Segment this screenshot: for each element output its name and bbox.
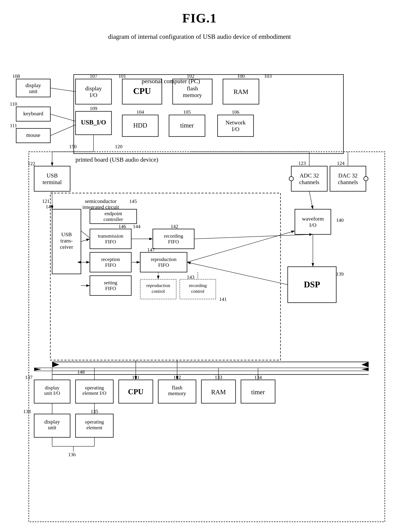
- svg-text:134: 134: [254, 374, 262, 380]
- svg-text:flash: flash: [187, 85, 198, 92]
- svg-rect-32: [122, 115, 158, 137]
- svg-text:100: 100: [237, 73, 245, 79]
- svg-rect-18: [76, 111, 111, 135]
- svg-text:FIFO: FIFO: [168, 239, 179, 244]
- svg-rect-84: [153, 229, 194, 249]
- svg-rect-81: [90, 276, 131, 295]
- svg-text:semiconductor: semiconductor: [85, 198, 117, 204]
- page-title: FIG.1: [0, 0, 399, 33]
- svg-rect-38: [218, 115, 254, 137]
- svg-text:FIFO: FIFO: [105, 262, 116, 268]
- svg-rect-35: [169, 115, 205, 137]
- svg-text:140: 140: [336, 217, 344, 223]
- svg-text:setting: setting: [104, 280, 117, 285]
- svg-text:element: element: [86, 425, 102, 430]
- svg-text:142: 142: [171, 224, 178, 229]
- svg-text:DAC 32: DAC 32: [338, 172, 358, 179]
- svg-text:keyboard: keyboard: [23, 110, 43, 116]
- svg-text:operating: operating: [85, 419, 104, 424]
- svg-text:display: display: [45, 385, 59, 391]
- svg-text:CPU: CPU: [133, 86, 151, 96]
- svg-text:display: display: [44, 419, 60, 424]
- svg-rect-4: [16, 79, 50, 97]
- svg-text:timer: timer: [180, 122, 194, 129]
- svg-text:139: 139: [336, 271, 344, 277]
- svg-text:141: 141: [219, 296, 227, 302]
- svg-rect-24: [173, 79, 212, 104]
- svg-text:waveform: waveform: [302, 216, 324, 222]
- svg-text:integrated circuit: integrated circuit: [82, 204, 119, 210]
- svg-text:131: 131: [132, 374, 139, 380]
- svg-text:element I/O: element I/O: [82, 390, 106, 396]
- svg-text:144: 144: [133, 224, 140, 229]
- svg-text:FIFO: FIFO: [105, 285, 116, 291]
- svg-text:110: 110: [10, 101, 17, 107]
- svg-text:122: 122: [28, 161, 35, 166]
- svg-text:138: 138: [23, 409, 31, 414]
- svg-text:ADC 32: ADC 32: [300, 172, 319, 179]
- svg-text:145: 145: [129, 198, 137, 204]
- svg-rect-28: [223, 79, 259, 104]
- svg-line-142: [50, 88, 76, 92]
- svg-text:RAM: RAM: [211, 388, 226, 396]
- svg-text:unit I/O: unit I/O: [44, 390, 60, 396]
- svg-rect-8: [16, 107, 50, 121]
- svg-text:111: 111: [10, 123, 17, 128]
- svg-text:unit: unit: [48, 424, 56, 430]
- svg-rect-66: [52, 209, 81, 274]
- svg-text:endpoint: endpoint: [105, 211, 122, 216]
- svg-line-151: [81, 231, 90, 238]
- svg-text:104: 104: [137, 109, 144, 115]
- svg-rect-123: [158, 380, 196, 403]
- svg-marker-178: [34, 368, 41, 371]
- svg-text:150: 150: [69, 144, 77, 149]
- svg-text:USB: USB: [61, 231, 72, 237]
- svg-text:personal computer (PC): personal computer (PC): [142, 78, 200, 85]
- svg-rect-45: [29, 152, 385, 522]
- svg-text:display: display: [85, 85, 102, 92]
- svg-point-55: [289, 177, 294, 181]
- svg-text:terminal: terminal: [42, 179, 62, 185]
- svg-rect-56: [330, 166, 366, 191]
- svg-text:106: 106: [232, 109, 239, 115]
- svg-text:103: 103: [264, 73, 272, 79]
- svg-text:FIFO: FIFO: [158, 262, 169, 268]
- svg-text:107: 107: [90, 73, 97, 79]
- svg-text:105: 105: [183, 109, 191, 115]
- svg-rect-78: [90, 252, 131, 272]
- svg-text:channels: channels: [338, 179, 358, 185]
- svg-marker-110: [52, 362, 59, 367]
- svg-text:135: 135: [91, 409, 98, 414]
- svg-rect-101: [295, 209, 331, 234]
- svg-text:controller: controller: [103, 216, 123, 222]
- svg-text:HDD: HDD: [133, 122, 147, 129]
- svg-text:148: 148: [77, 369, 85, 375]
- diagram-label: diagram of internal configuration of USB…: [0, 33, 399, 40]
- svg-text:I/O: I/O: [90, 92, 97, 98]
- svg-text:memory: memory: [168, 390, 186, 396]
- svg-text:flash: flash: [172, 385, 182, 391]
- svg-text:143: 143: [187, 274, 194, 280]
- svg-rect-96: [180, 279, 216, 299]
- svg-text:RAM: RAM: [233, 88, 248, 95]
- svg-text:137: 137: [25, 374, 33, 380]
- svg-rect-113: [34, 380, 70, 403]
- svg-rect-127: [201, 380, 235, 403]
- svg-rect-105: [288, 267, 336, 303]
- diagram-container: display unit 108 keyboard 110 mouse 111 …: [11, 51, 388, 518]
- svg-rect-51: [291, 166, 327, 191]
- svg-text:USB: USB: [46, 172, 58, 179]
- svg-text:101: 101: [118, 73, 126, 79]
- svg-rect-120: [119, 380, 153, 403]
- svg-text:108: 108: [13, 73, 20, 79]
- svg-text:printed board (USB audio devic: printed board (USB audio device): [75, 156, 158, 163]
- svg-point-60: [364, 177, 368, 181]
- svg-rect-21: [122, 79, 162, 104]
- svg-text:timer: timer: [251, 388, 265, 396]
- svg-text:Network: Network: [225, 119, 246, 126]
- svg-text:124: 124: [337, 160, 345, 166]
- svg-rect-3: [74, 75, 343, 154]
- svg-text:recording: recording: [189, 283, 207, 288]
- svg-rect-61: [50, 193, 281, 360]
- svg-rect-133: [34, 414, 70, 437]
